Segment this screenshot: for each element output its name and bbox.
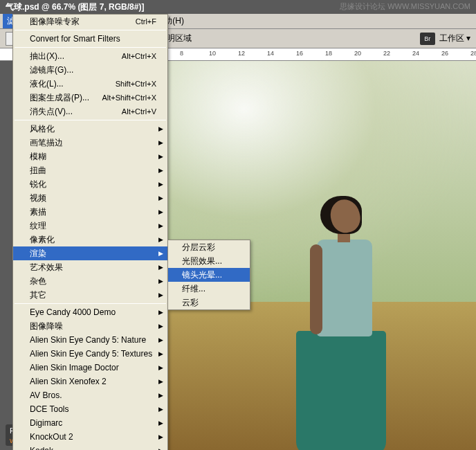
filter-item[interactable]: Eye Candy 4000 Demo▶	[13, 305, 167, 319]
filter-item[interactable]: Convert for Smart Filters	[13, 32, 167, 46]
submenu-arrow-icon: ▶	[158, 222, 163, 229]
filter-item[interactable]: 锐化▶	[13, 177, 167, 191]
watermark-top: 思缘设计论坛 WWW.MISSYUAN.COM	[340, 1, 470, 12]
menu-separator	[15, 120, 166, 120]
submenu-arrow-icon: ▶	[158, 406, 163, 413]
filter-item[interactable]: KnockOut 2▶	[13, 430, 167, 444]
filter-item[interactable]: 图案生成器(P)...Alt+Shift+Ctrl+X	[13, 91, 167, 105]
filter-item[interactable]: 模糊▶	[13, 150, 167, 163]
filter-item[interactable]: 液化(L)...Shift+Ctrl+X	[13, 77, 167, 91]
filter-item[interactable]: 扭曲▶	[13, 163, 167, 177]
submenu-item[interactable]: 云彩	[168, 296, 250, 309]
figure-silhouette	[282, 199, 393, 449]
filter-item[interactable]: 纹理▶	[13, 219, 167, 233]
filter-item[interactable]: AV Bros.▶	[13, 388, 167, 402]
submenu-item[interactable]: 纤维...	[168, 282, 250, 296]
filter-item[interactable]: Digimarc▶	[13, 416, 167, 430]
submenu-arrow-icon: ▶	[158, 420, 163, 426]
filter-item[interactable]: DCE Tools▶	[13, 402, 167, 416]
workspace-label[interactable]: 工作区 ▾	[439, 33, 470, 44]
filter-item[interactable]: 滤镜库(G)...	[13, 63, 167, 77]
submenu-arrow-icon: ▶	[158, 250, 163, 257]
submenu-arrow-icon: ▶	[158, 139, 163, 146]
submenu-arrow-icon: ▶	[158, 378, 163, 385]
submenu-arrow-icon: ▶	[158, 309, 163, 316]
filter-item[interactable]: 渲染▶	[13, 246, 167, 260]
filter-item[interactable]: 素描▶	[13, 205, 167, 219]
filter-item[interactable]: Alien Skin Eye Candy 5: Nature▶	[13, 333, 167, 347]
filter-item[interactable]: Alien Skin Xenofex 2▶	[13, 375, 167, 388]
submenu-arrow-icon: ▶	[158, 392, 163, 399]
submenu-arrow-icon: ▶	[158, 291, 163, 298]
filter-item[interactable]: 视频▶	[13, 191, 167, 205]
submenu-arrow-icon: ▶	[158, 433, 163, 440]
submenu-arrow-icon: ▶	[158, 264, 163, 271]
render-submenu: 分层云彩光照效果...镜头光晕...纤维...云彩	[167, 240, 250, 310]
submenu-arrow-icon: ▶	[158, 167, 163, 174]
filter-item[interactable]: Alien Skin Image Doctor▶	[13, 361, 167, 375]
submenu-arrow-icon: ▶	[158, 236, 163, 243]
filter-item[interactable]: 风格化▶	[13, 122, 167, 136]
submenu-arrow-icon: ▶	[158, 364, 163, 371]
filter-item[interactable]: Kodak▶	[13, 444, 167, 450]
filter-menu-dropdown: 图像降噪专家Ctrl+FConvert for Smart Filters抽出(…	[12, 14, 168, 450]
filter-item[interactable]: 抽出(X)...Alt+Ctrl+X	[13, 49, 167, 63]
submenu-arrow-icon: ▶	[158, 125, 163, 132]
submenu-arrow-icon: ▶	[158, 195, 163, 201]
submenu-arrow-icon: ▶	[158, 153, 163, 160]
submenu-arrow-icon: ▶	[158, 447, 163, 450]
menu-separator	[15, 303, 166, 304]
filter-item[interactable]: 画笔描边▶	[13, 136, 167, 150]
submenu-arrow-icon: ▶	[158, 350, 163, 357]
submenu-item[interactable]: 光照效果...	[168, 254, 250, 268]
menu-separator	[15, 47, 166, 48]
submenu-item[interactable]: 镜头光晕...	[168, 268, 250, 282]
submenu-arrow-icon: ▶	[158, 278, 163, 285]
submenu-arrow-icon: ▶	[158, 336, 163, 343]
submenu-arrow-icon: ▶	[158, 181, 163, 188]
filter-item[interactable]: 图像降噪专家Ctrl+F	[13, 15, 167, 28]
filter-item[interactable]: 图像降噪▶	[13, 319, 167, 333]
filter-item[interactable]: 像素化▶	[13, 233, 167, 246]
filter-item[interactable]: 艺术效果▶	[13, 260, 167, 274]
document-title: 气球.psd @ 66.7% (图层 7, RGB/8#)]	[6, 1, 144, 13]
filter-item[interactable]: 杂色▶	[13, 274, 167, 288]
filter-item[interactable]: 其它▶	[13, 288, 167, 302]
submenu-item[interactable]: 分层云彩	[168, 240, 250, 254]
bridge-icon[interactable]: Br	[420, 33, 435, 45]
menu-separator	[15, 30, 166, 30]
filter-item[interactable]: Alien Skin Eye Candy 5: Textures▶	[13, 347, 167, 361]
submenu-arrow-icon: ▶	[158, 323, 163, 330]
submenu-arrow-icon: ▶	[158, 208, 163, 215]
filter-item[interactable]: 消失点(V)...Alt+Ctrl+V	[13, 105, 167, 118]
